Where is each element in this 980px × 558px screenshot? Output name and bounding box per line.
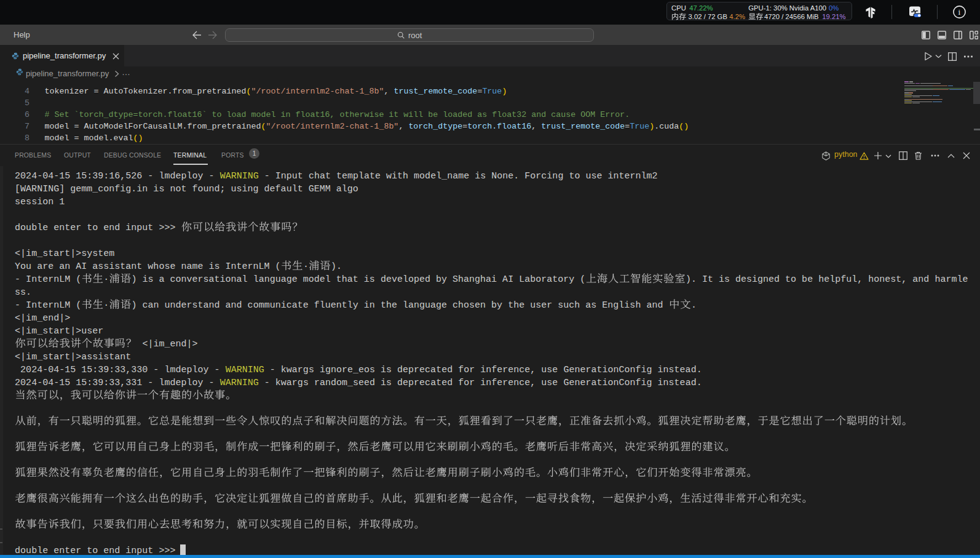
- svg-text:i: i: [958, 7, 961, 17]
